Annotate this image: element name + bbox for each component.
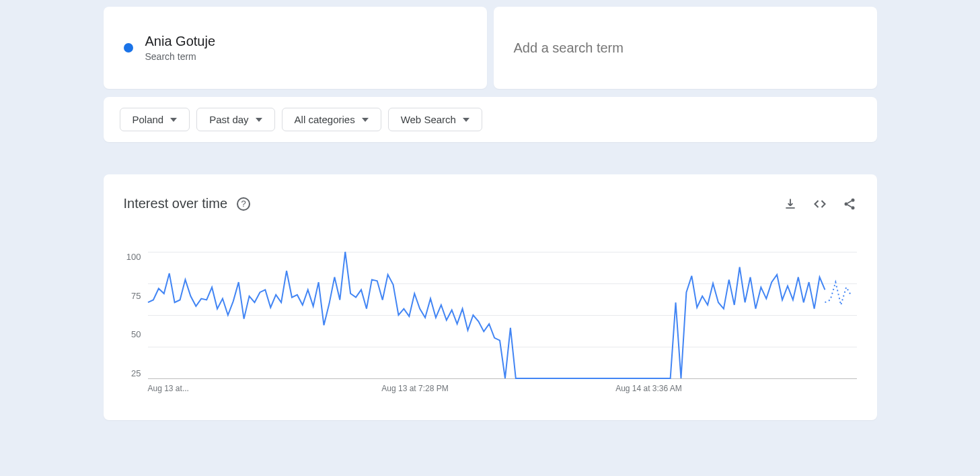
filter-category[interactable]: All categories <box>282 108 381 131</box>
series-color-dot <box>124 43 133 53</box>
y-tick: 100 <box>124 252 141 262</box>
filter-time[interactable]: Past day <box>196 108 274 131</box>
code-icon <box>813 197 827 211</box>
y-tick: 50 <box>124 329 141 339</box>
embed-button[interactable] <box>813 197 827 211</box>
chart-line <box>148 252 857 378</box>
y-tick: 75 <box>124 291 141 301</box>
svg-point-0 <box>851 198 854 201</box>
search-term-name: Ania Gotuje <box>145 34 216 49</box>
help-icon[interactable]: ? <box>237 197 250 211</box>
filter-time-label: Past day <box>209 114 248 125</box>
filters-bar: Poland Past day All categories Web Searc… <box>104 97 877 142</box>
share-button[interactable] <box>842 197 857 211</box>
search-term-card[interactable]: Ania Gotuje Search term <box>104 7 487 89</box>
svg-point-1 <box>844 202 847 205</box>
chevron-down-icon <box>170 118 177 122</box>
filter-search-type-label: Web Search <box>401 114 456 125</box>
x-tick: Aug 13 at... <box>148 384 382 393</box>
x-tick: Aug 14 at 3:36 AM <box>615 384 850 393</box>
add-search-placeholder: Add a search term <box>514 40 624 56</box>
download-icon <box>784 197 797 211</box>
chart-y-axis: 100 75 50 25 <box>124 252 141 378</box>
filter-search-type[interactable]: Web Search <box>388 108 482 131</box>
chart-x-axis: Aug 13 at... Aug 13 at 7:28 PM Aug 14 at… <box>148 384 857 393</box>
interest-over-time-card: Interest over time ? 100 75 50 25 <box>104 174 877 420</box>
chevron-down-icon <box>256 118 262 122</box>
y-tick: 25 <box>124 368 141 378</box>
filter-category-label: All categories <box>295 114 355 125</box>
share-icon <box>843 197 856 211</box>
download-button[interactable] <box>783 197 798 211</box>
search-term-subtitle: Search term <box>145 51 216 62</box>
filter-region-label: Poland <box>133 114 164 125</box>
chevron-down-icon <box>463 118 469 122</box>
svg-point-2 <box>851 206 854 209</box>
filter-region[interactable]: Poland <box>120 108 190 131</box>
chart-plot-area <box>148 252 857 378</box>
x-tick: Aug 13 at 7:28 PM <box>381 384 615 393</box>
chart-title: Interest over time <box>124 196 228 211</box>
chevron-down-icon <box>362 118 369 122</box>
add-search-term-card[interactable]: Add a search term <box>494 7 877 89</box>
